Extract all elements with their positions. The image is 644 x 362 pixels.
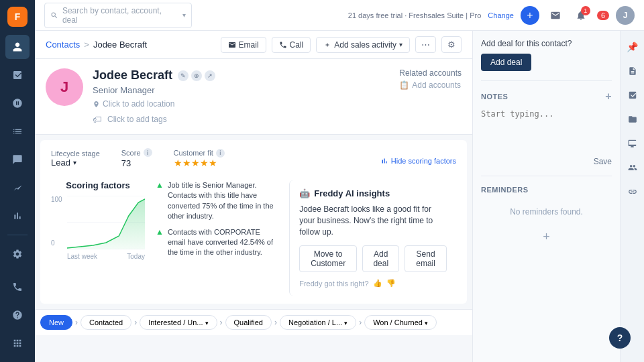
trial-text: 21 days free trial · Freshsales Suite | … bbox=[348, 11, 482, 19]
breadcrumb: Contacts > Jodee Becraft bbox=[46, 40, 147, 50]
right-panel: Add deal for this contact? Add deal NOTE… bbox=[472, 31, 620, 362]
add-accounts-icon: 📋 bbox=[399, 80, 409, 90]
email-icon-btn[interactable] bbox=[546, 6, 565, 25]
search-placeholder: Search by contact, account, deal bbox=[62, 6, 178, 25]
add-deal-freddy-btn[interactable]: Add deal bbox=[362, 245, 399, 272]
rs-icon-document[interactable] bbox=[623, 62, 642, 80]
email-button[interactable]: Email bbox=[221, 37, 266, 53]
stage-new-btn[interactable]: New bbox=[40, 315, 72, 330]
thumbs-down-icon[interactable]: 👎 bbox=[386, 279, 396, 288]
add-accounts-link[interactable]: 📋 Add accounts bbox=[399, 80, 462, 90]
lead-dropdown[interactable]: Lead ▾ bbox=[51, 158, 100, 168]
activity-icon bbox=[323, 41, 331, 49]
lifecycle-section: Lifecycle stage Lead ▾ Score i 73 bbox=[40, 140, 467, 304]
rs-icon-folder[interactable] bbox=[623, 110, 642, 129]
email-icon bbox=[228, 41, 236, 49]
sidebar-icon-reports[interactable] bbox=[5, 119, 30, 143]
score-value: 73 bbox=[121, 158, 152, 168]
score-info-icon[interactable]: i bbox=[144, 148, 152, 157]
lifecycle-stage-field: Lifecycle stage Lead ▾ bbox=[51, 149, 100, 168]
sidebar-icon-settings[interactable] bbox=[5, 242, 30, 266]
breadcrumb-current: Jodee Becraft bbox=[93, 40, 147, 50]
contact-location[interactable]: Click to add location bbox=[93, 99, 399, 109]
sidebar-icon-activities[interactable] bbox=[5, 91, 30, 115]
sidebar-icon-marketing[interactable] bbox=[5, 176, 30, 200]
notification-btn[interactable]: 1 bbox=[572, 6, 590, 25]
stage-arrow-1: › bbox=[75, 318, 78, 327]
hide-scoring-link[interactable]: Hide scoring factors bbox=[380, 157, 456, 165]
sidebar-icon-support[interactable] bbox=[5, 303, 30, 327]
sidebar-icon-phone[interactable] bbox=[5, 275, 30, 299]
sidebar-icon-apps[interactable] bbox=[5, 331, 30, 355]
notes-add-btn[interactable]: + bbox=[605, 90, 612, 103]
tag-icon: 🏷 bbox=[93, 114, 102, 125]
rs-icon-people[interactable] bbox=[623, 158, 642, 177]
notification-badge: 1 bbox=[581, 6, 590, 15]
lifecycle-hide-row: Lifecycle stage Lead ▾ Score i 73 bbox=[51, 148, 456, 174]
scoring-grid: Scoring factors 100 0 bbox=[51, 180, 456, 296]
sidebar-icon-chat[interactable] bbox=[5, 147, 30, 172]
user-avatar[interactable]: J bbox=[616, 6, 635, 25]
stage-won-btn[interactable]: Won / Churned ▾ bbox=[364, 315, 437, 330]
contact-related: Related accounts 📋 Add accounts bbox=[399, 68, 462, 90]
freddy-text: Jodee Becraft looks like a good fit for … bbox=[299, 204, 447, 237]
pipeline-stage-qualified: Qualified bbox=[225, 315, 272, 330]
notes-save-area: Save bbox=[481, 156, 612, 166]
search-icon bbox=[50, 11, 58, 19]
chart-icon bbox=[380, 157, 388, 165]
score-label: Score i bbox=[121, 148, 152, 157]
sidebar-icon-contacts[interactable] bbox=[5, 35, 30, 59]
add-deal-section: Add deal for this contact? Add deal bbox=[481, 39, 612, 71]
stage-arrow-2: › bbox=[134, 318, 137, 327]
contact-header: J Jodee Becraft ✎ ⊕ ↗ Senior Manager Cli… bbox=[35, 59, 472, 135]
contact-avatar: J bbox=[46, 68, 83, 106]
alert-badge[interactable]: 6 bbox=[597, 11, 609, 20]
sidebar-icon-analytics[interactable] bbox=[5, 204, 30, 228]
move-to-customer-btn[interactable]: Move to Customer bbox=[299, 245, 357, 272]
factor-up-icon-2: ▲ bbox=[156, 227, 164, 237]
contact-tags[interactable]: 🏷 Click to add tags bbox=[93, 114, 399, 125]
add-activity-button[interactable]: Add sales activity ▾ bbox=[316, 37, 410, 53]
fit-info-icon[interactable]: i bbox=[216, 149, 225, 158]
topbar: Search by contact, account, deal ▾ 21 da… bbox=[35, 0, 644, 31]
thumbs-up-icon[interactable]: 👍 bbox=[373, 279, 382, 288]
call-button[interactable]: Call bbox=[272, 37, 311, 53]
rs-icon-pin[interactable]: 📌 bbox=[623, 38, 642, 56]
pipeline-bar: New › Contacted › Interested / Un... ▾ ›… bbox=[35, 309, 472, 335]
contact-edit-icons: ✎ ⊕ ↗ bbox=[178, 70, 215, 81]
lifecycle-row: Lifecycle stage Lead ▾ Score i 73 bbox=[51, 148, 225, 168]
app-logo[interactable]: F bbox=[7, 7, 28, 27]
notes-save-btn[interactable]: Save bbox=[594, 157, 612, 166]
trial-link[interactable]: Change bbox=[488, 11, 514, 19]
stage-contacted-btn[interactable]: Contacted bbox=[80, 315, 131, 330]
edit-icon-1[interactable]: ✎ bbox=[178, 70, 189, 81]
panel-add-bottom-btn[interactable]: + bbox=[481, 230, 612, 244]
search-box[interactable]: Search by contact, account, deal ▾ bbox=[44, 3, 192, 28]
contact-name-row: Jodee Becraft ✎ ⊕ ↗ bbox=[93, 68, 399, 82]
help-button[interactable]: ? bbox=[609, 327, 631, 349]
stage-qualified-btn[interactable]: Qualified bbox=[225, 315, 272, 330]
search-dropdown-icon[interactable]: ▾ bbox=[182, 11, 186, 19]
freddy-actions: Move to Customer Add deal Send email bbox=[299, 245, 447, 272]
contact-name: Jodee Becraft bbox=[93, 68, 172, 82]
notes-textarea[interactable] bbox=[481, 109, 612, 149]
pipeline-stage-won: Won / Churned ▾ bbox=[364, 315, 437, 330]
freddy-feedback: Freddy got this right? 👍 👎 bbox=[299, 279, 447, 288]
edit-icon-2[interactable]: ⊕ bbox=[191, 70, 202, 81]
rs-icon-task[interactable] bbox=[623, 86, 642, 105]
breadcrumb-parent[interactable]: Contacts bbox=[46, 40, 80, 50]
rs-icon-screen[interactable] bbox=[623, 134, 642, 153]
panel-divider-1 bbox=[481, 80, 612, 81]
stage-interested-btn[interactable]: Interested / Un... ▾ bbox=[140, 315, 217, 330]
left-sidebar: F bbox=[0, 0, 35, 362]
send-email-btn[interactable]: Send email bbox=[405, 245, 447, 272]
add-deal-btn[interactable]: Add deal bbox=[481, 54, 531, 71]
factor-text-1: Job title is Senior Manager. Contacts wi… bbox=[168, 180, 278, 222]
add-button[interactable]: + bbox=[521, 6, 539, 25]
sidebar-icon-deals[interactable] bbox=[5, 63, 30, 87]
settings-button[interactable]: ⚙ bbox=[441, 36, 462, 53]
edit-icon-3[interactable]: ↗ bbox=[205, 70, 215, 81]
rs-icon-link[interactable] bbox=[623, 182, 642, 201]
more-button[interactable]: ⋯ bbox=[415, 36, 436, 53]
stage-negotiation-btn[interactable]: Negotiation / L... ▾ bbox=[280, 315, 356, 330]
